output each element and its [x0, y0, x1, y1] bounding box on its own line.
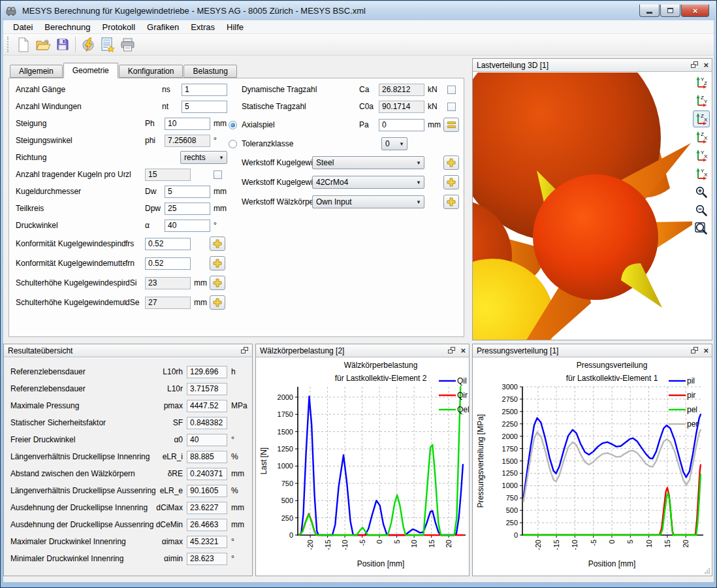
checkbox[interactable] [214, 171, 222, 179]
value-input[interactable] [165, 220, 210, 232]
value-input[interactable] [379, 119, 424, 131]
view-yz-button[interactable]: YZ [693, 74, 710, 91]
tab-belastung[interactable]: Belastung [183, 65, 236, 78]
menu-hilfe[interactable]: Hilfe [221, 21, 249, 33]
menu-protokoll[interactable]: Protokoll [96, 21, 141, 33]
add-database-button[interactable] [210, 256, 225, 270]
axial-clearance-options-button[interactable] [443, 118, 459, 132]
new-file-button[interactable] [14, 35, 33, 54]
dropdown[interactable]: 0▾ [381, 137, 407, 150]
zoom-out-icon [694, 203, 709, 218]
close-panel-icon[interactable]: × [460, 347, 466, 354]
float-panel-icon[interactable] [691, 347, 699, 354]
view-zy-button[interactable]: ZY [693, 92, 710, 109]
result-unit: ° [227, 435, 247, 444]
dropdown[interactable]: 42CrMo4▾ [312, 176, 424, 189]
add-database-button[interactable] [443, 155, 459, 170]
panel-title: Resultateübersicht [8, 346, 72, 355]
result-symbol: eLR_i [155, 452, 187, 461]
result-label: Ausdehnung der Druckellipse Aussenring [10, 520, 155, 529]
value-input[interactable] [379, 84, 424, 96]
close-button[interactable]: × [681, 5, 709, 17]
report-button[interactable] [98, 35, 118, 54]
roller-load-chart[interactable]: Wälzkörperbelastungfür Lastkollektiv-Ele… [256, 357, 469, 575]
value-input[interactable] [379, 101, 424, 113]
result-value: 3.71578 [187, 383, 227, 395]
menu-datei[interactable]: Datei [7, 21, 39, 33]
add-database-button[interactable] [210, 276, 225, 290]
minimize-button[interactable] [639, 5, 660, 17]
view-zx-button[interactable]: ZX [693, 110, 710, 127]
result-row: Maximale Pressungpmax4447.52MPa [10, 397, 247, 414]
svg-text:Z: Z [704, 80, 707, 86]
value-input[interactable] [165, 186, 210, 198]
add-database-button[interactable] [210, 295, 225, 310]
result-value: 0.848382 [187, 417, 227, 429]
title-bar[interactable]: MESYS Berechnung für Kugelgewindetriebe … [1, 1, 716, 20]
menu-berechnung[interactable]: Berechnung [39, 21, 96, 33]
pressure-distribution-chart[interactable]: Pressungsverteilungfür Lastkollektiv-Ele… [473, 357, 712, 575]
float-panel-icon[interactable] [448, 347, 456, 354]
checkbox[interactable] [447, 86, 456, 94]
print-button[interactable] [118, 35, 137, 54]
value-input[interactable] [165, 135, 210, 147]
value-input[interactable] [182, 84, 227, 96]
unit-label: mm [210, 119, 227, 128]
plus-icon [447, 178, 456, 187]
menu-grafiken[interactable]: Grafiken [141, 21, 185, 33]
dropdown[interactable]: Steel▾ [312, 156, 424, 169]
close-panel-icon[interactable]: × [703, 61, 709, 69]
value-input[interactable] [145, 297, 191, 309]
svg-text:2500: 2500 [502, 408, 518, 416]
calculate-button[interactable] [78, 35, 98, 54]
view-yx-button[interactable]: YX [693, 147, 710, 164]
add-database-button[interactable] [443, 175, 459, 189]
form-row: Konformität Kugelgewindespindelfrs [16, 234, 227, 253]
dropdown[interactable]: Own Input▾ [312, 195, 424, 208]
radio-button[interactable] [229, 140, 237, 148]
view-zx-button[interactable]: ZX [693, 129, 710, 146]
tab-allgemein[interactable]: Allgemein [10, 65, 63, 78]
radio-button[interactable] [229, 121, 237, 129]
view3d-canvas[interactable]: YZZYZXZXYXYX [473, 73, 712, 340]
zoom-in-button[interactable] [693, 184, 710, 201]
open-file-button[interactable] [33, 35, 53, 54]
checkbox[interactable] [447, 103, 456, 111]
zoom-fit-button[interactable] [693, 220, 710, 237]
result-label: Statischer Sicherheitsfaktor [10, 418, 155, 427]
tab-geometrie[interactable]: Geometrie [63, 63, 118, 78]
svg-text:X: X [704, 154, 708, 159]
value-input[interactable] [145, 169, 191, 181]
value-input[interactable] [165, 203, 210, 215]
add-database-button[interactable] [443, 195, 459, 209]
form-row: Dynamische TragzahlCakN [229, 81, 461, 98]
result-label: Abstand zwischen den Wälzkörpern [10, 469, 155, 478]
tab-konfiguration[interactable]: Konfiguration [119, 65, 183, 78]
float-panel-icon[interactable] [241, 347, 249, 354]
field-label: Konformität Kugelgewindespindel [16, 239, 125, 248]
value-input[interactable] [145, 238, 191, 250]
resize-grip[interactable] [705, 568, 710, 574]
radio-selected[interactable] [229, 121, 242, 129]
value-input[interactable] [145, 277, 191, 289]
form-row: KugeldurchmesserDwmm [16, 183, 227, 200]
toolbar-grip[interactable] [7, 37, 10, 52]
panel-roller-load-header: Wälzkörperbelastung [2] × [256, 344, 469, 357]
result-label: Ausdehnung der Druckellipse Innenring [10, 503, 155, 512]
menu-extras[interactable]: Extras [185, 21, 221, 33]
close-panel-icon[interactable]: × [703, 347, 709, 354]
result-symbol: pmax [155, 401, 187, 410]
value-input[interactable] [165, 118, 210, 130]
value-input[interactable] [182, 101, 227, 113]
float-panel-icon[interactable] [691, 61, 699, 69]
view-yx-button[interactable]: YX [693, 165, 710, 182]
add-database-button[interactable] [210, 237, 225, 251]
field-symbol: C0a [359, 102, 379, 111]
radio-unselected[interactable] [229, 140, 242, 148]
maximize-button[interactable] [660, 5, 680, 17]
svg-text:500: 500 [281, 497, 293, 504]
save-file-button[interactable] [53, 35, 72, 54]
dropdown[interactable]: rechts▾ [180, 151, 227, 164]
zoom-out-button[interactable] [693, 202, 710, 219]
value-input[interactable] [145, 257, 191, 270]
